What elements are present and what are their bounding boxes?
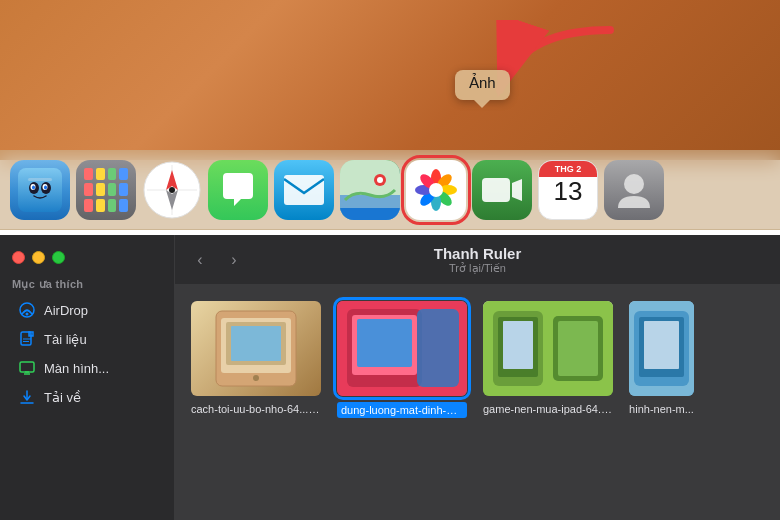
svg-rect-41	[20, 362, 34, 372]
calendar-icon: THG 2 13	[538, 160, 598, 220]
sidebar-item-airdrop[interactable]: AirDrop	[6, 296, 168, 324]
sidebar-item-downloads[interactable]: Tải về	[6, 383, 168, 411]
forward-button[interactable]: ›	[221, 247, 247, 273]
launchpad-icon	[76, 160, 136, 220]
svg-point-31	[429, 183, 443, 197]
close-button[interactable]	[12, 251, 25, 264]
calendar-date: 13	[554, 177, 583, 206]
dock: THG 2 13	[0, 150, 780, 230]
finder-window: Mục ưa thích AirDrop	[0, 235, 780, 520]
calendar-month: THG 2	[539, 161, 597, 177]
sidebar-item-documents-label: Tài liệu	[44, 332, 87, 347]
svg-marker-33	[512, 179, 522, 201]
dock-item-launchpad[interactable]	[76, 160, 136, 220]
sidebar-item-downloads-label: Tải về	[44, 390, 81, 405]
window-subtitle: Trở lại/Tiến	[449, 262, 506, 275]
maps-icon	[340, 160, 400, 220]
tooltip-text: Ảnh	[469, 74, 496, 91]
maximize-button[interactable]	[52, 251, 65, 264]
svg-rect-16	[284, 175, 324, 205]
dock-item-safari[interactable]	[142, 160, 202, 220]
downloads-icon	[18, 388, 36, 406]
safari-icon	[142, 160, 202, 220]
svg-rect-19	[340, 208, 400, 220]
finder-icon	[10, 160, 70, 220]
dock-item-contacts[interactable]	[604, 160, 664, 220]
sidebar-item-airdrop-label: AirDrop	[44, 303, 88, 318]
svg-rect-64	[644, 321, 679, 369]
file-grid: cach-toi-uu-bo-nho-64...gviet.jpg	[175, 285, 780, 434]
svg-point-21	[377, 177, 383, 183]
sidebar-item-documents[interactable]: Tài liệu	[6, 325, 168, 353]
dock-item-calendar[interactable]: THG 2 13	[538, 160, 598, 220]
documents-icon	[18, 330, 36, 348]
file-thumbnail-2	[337, 301, 467, 396]
svg-rect-54	[417, 309, 459, 387]
file-item-2[interactable]: dung-luong-mat-dinh-ne...gviet.jpg	[337, 301, 467, 418]
contacts-icon	[604, 160, 664, 220]
file-thumbnail-4	[629, 301, 694, 396]
window-title: Thanh Ruler	[434, 245, 522, 262]
back-button[interactable]: ‹	[187, 247, 213, 273]
airdrop-icon	[18, 301, 36, 319]
file-item-3[interactable]: game-nen-mua-ipad-64...gviet.jpg	[483, 301, 613, 418]
finder-sidebar: Mục ưa thích AirDrop	[0, 235, 175, 520]
window-controls	[0, 243, 174, 270]
dock-tooltip: Ảnh	[455, 70, 510, 100]
dock-item-photos[interactable]	[406, 160, 466, 220]
dock-item-facetime[interactable]	[472, 160, 532, 220]
photos-icon	[406, 160, 466, 220]
svg-rect-58	[503, 321, 533, 369]
svg-point-7	[44, 185, 47, 189]
file-name-4: hinh-nen-m...	[629, 402, 694, 416]
dock-item-finder[interactable]	[10, 160, 70, 220]
arrow-indicator	[490, 20, 620, 114]
toolbar-center: Thanh Ruler Trở lại/Tiến	[255, 245, 700, 275]
file-item-1[interactable]: cach-toi-uu-bo-nho-64...gviet.jpg	[191, 301, 321, 418]
file-item-4[interactable]: hinh-nen-m...	[629, 301, 694, 418]
file-name-1: cach-toi-uu-bo-nho-64...gviet.jpg	[191, 402, 321, 416]
svg-point-6	[32, 185, 35, 189]
minimize-button[interactable]	[32, 251, 45, 264]
svg-point-34	[624, 174, 644, 194]
messages-icon	[208, 160, 268, 220]
svg-rect-60	[558, 321, 598, 376]
dock-item-maps[interactable]	[340, 160, 400, 220]
sidebar-item-desktop[interactable]: Màn hình...	[6, 354, 168, 382]
svg-rect-8	[28, 178, 52, 181]
svg-point-15	[169, 187, 175, 193]
svg-rect-1	[18, 168, 62, 212]
svg-point-49	[253, 375, 259, 381]
file-thumbnail-3	[483, 301, 613, 396]
file-thumbnail-1	[191, 301, 321, 396]
dock-item-messages[interactable]	[208, 160, 268, 220]
dock-item-mail[interactable]	[274, 160, 334, 220]
svg-point-36	[26, 313, 29, 316]
desktop-icon	[18, 359, 36, 377]
file-name-3: game-nen-mua-ipad-64...gviet.jpg	[483, 402, 613, 416]
facetime-icon	[472, 160, 532, 220]
desktop-background	[0, 0, 780, 160]
sidebar-item-desktop-label: Màn hình...	[44, 361, 109, 376]
svg-rect-48	[231, 326, 281, 361]
finder-main: ‹ › Thanh Ruler Trở lại/Tiến	[175, 235, 780, 520]
svg-rect-53	[357, 319, 412, 367]
finder-toolbar: ‹ › Thanh Ruler Trở lại/Tiến	[175, 235, 780, 285]
mail-icon	[274, 160, 334, 220]
file-name-2: dung-luong-mat-dinh-ne...gviet.jpg	[337, 402, 467, 418]
svg-rect-32	[482, 178, 510, 202]
sidebar-section-favorites: Mục ưa thích	[0, 270, 174, 295]
